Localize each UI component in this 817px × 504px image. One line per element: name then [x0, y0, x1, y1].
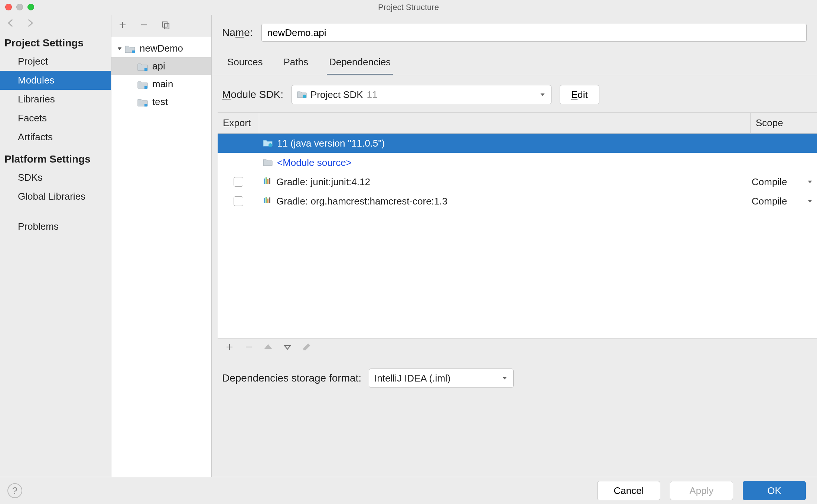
- titlebar: Project Structure: [0, 0, 817, 15]
- column-header-scope[interactable]: Scope: [750, 113, 817, 133]
- sidebar-item-artifacts[interactable]: Artifacts: [0, 128, 111, 147]
- svg-rect-11: [269, 178, 270, 184]
- remove-dep-icon[interactable]: [244, 343, 253, 354]
- edit-dep-icon[interactable]: [302, 343, 311, 354]
- edit-sdk-button[interactable]: Edit: [560, 85, 599, 104]
- dialog-button-bar: ? Cancel Apply OK: [0, 477, 817, 504]
- svg-rect-3: [144, 68, 147, 71]
- svg-rect-8: [264, 179, 265, 184]
- module-folder-icon: [137, 62, 148, 70]
- module-folder-icon: [137, 98, 148, 106]
- ok-button[interactable]: OK: [743, 481, 806, 500]
- window-title: Project Structure: [378, 3, 439, 12]
- svg-rect-4: [144, 86, 147, 89]
- module-sdk-select[interactable]: Project SDK 11: [292, 85, 551, 104]
- dep-name: 11 (java version "11.0.5"): [277, 138, 385, 149]
- sidebar-item-libraries[interactable]: Libraries: [0, 90, 111, 109]
- module-sdk-label: Module SDK:: [222, 89, 283, 101]
- chevron-down-icon: [807, 176, 813, 188]
- platform-settings-header: Platform Settings: [0, 147, 111, 168]
- maximize-window-icon[interactable]: [27, 4, 34, 10]
- tree-child-label: main: [152, 78, 173, 90]
- dependencies-table: Export Scope 11 (java version "11.0.5") …: [218, 112, 817, 357]
- dep-name: Gradle: junit:junit:4.12: [276, 176, 370, 188]
- sidebar-item-project[interactable]: Project: [0, 52, 111, 71]
- source-folder-icon: [263, 157, 273, 168]
- close-window-icon[interactable]: [5, 4, 12, 10]
- module-sdk-value-prefix: Project SDK: [310, 89, 363, 101]
- dep-scope[interactable]: Compile: [752, 176, 787, 188]
- dep-name: Gradle: org.hamcrest:hamcrest-core:1.3: [276, 196, 447, 207]
- help-button[interactable]: ?: [7, 483, 22, 498]
- tree-child-label: test: [152, 96, 168, 108]
- tree-root-newdemo[interactable]: newDemo: [111, 39, 211, 57]
- nav-forward-icon[interactable]: [25, 18, 35, 30]
- chevron-down-icon: [117, 43, 123, 54]
- chevron-down-icon: [501, 373, 508, 384]
- sdk-folder-icon: [297, 89, 307, 101]
- sidebar-item-facets[interactable]: Facets: [0, 109, 111, 128]
- storage-format-select[interactable]: IntelliJ IDEA (.iml): [369, 369, 514, 388]
- move-down-icon[interactable]: [283, 343, 292, 354]
- nav-back-icon[interactable]: [6, 18, 16, 30]
- svg-rect-13: [266, 197, 267, 203]
- column-header-name: [259, 113, 750, 133]
- library-icon: [263, 196, 272, 207]
- minimize-window-icon[interactable]: [16, 4, 23, 10]
- module-tree-pane: newDemo api main test: [111, 15, 212, 504]
- sidebar-item-sdks[interactable]: SDKs: [0, 168, 111, 187]
- export-checkbox[interactable]: [234, 196, 243, 206]
- sdk-folder-icon: [263, 138, 273, 149]
- export-checkbox[interactable]: [234, 177, 243, 187]
- tab-sources[interactable]: Sources: [225, 53, 265, 75]
- svg-rect-14: [267, 199, 268, 203]
- svg-rect-12: [264, 198, 265, 203]
- add-module-icon[interactable]: [118, 20, 127, 32]
- tab-paths[interactable]: Paths: [281, 53, 310, 75]
- module-folder-icon: [125, 44, 135, 52]
- svg-rect-9: [266, 177, 267, 184]
- tree-child-api[interactable]: api: [111, 57, 211, 75]
- dep-row-junit[interactable]: Gradle: junit:junit:4.12 Compile: [218, 172, 817, 192]
- svg-rect-2: [132, 50, 135, 53]
- svg-rect-15: [269, 197, 270, 203]
- copy-module-icon[interactable]: [161, 20, 170, 32]
- module-folder-icon: [137, 80, 148, 88]
- library-icon: [263, 176, 272, 188]
- chevron-down-icon: [539, 89, 546, 101]
- sidebar-item-global-libraries[interactable]: Global Libraries: [0, 187, 111, 206]
- settings-sidebar: Project Settings Project Modules Librari…: [0, 15, 111, 504]
- svg-rect-5: [144, 104, 147, 107]
- apply-button[interactable]: Apply: [670, 481, 733, 500]
- move-up-icon[interactable]: [264, 343, 273, 354]
- tree-child-label: api: [152, 60, 165, 72]
- column-header-export[interactable]: Export: [218, 113, 259, 133]
- project-settings-header: Project Settings: [0, 30, 111, 52]
- sidebar-item-problems[interactable]: Problems: [0, 217, 111, 236]
- chevron-down-icon: [807, 196, 813, 207]
- tree-root-label: newDemo: [140, 43, 183, 54]
- module-name-input[interactable]: [261, 24, 807, 42]
- tab-dependencies[interactable]: Dependencies: [327, 53, 393, 75]
- cancel-button[interactable]: Cancel: [597, 481, 660, 500]
- tree-child-main[interactable]: main: [111, 75, 211, 93]
- name-label: Name:: [222, 27, 253, 39]
- svg-rect-10: [267, 179, 268, 184]
- storage-format-value: IntelliJ IDEA (.iml): [374, 373, 450, 384]
- main-pane: Name: Sources Paths Dependencies Module …: [212, 15, 817, 504]
- add-dep-icon[interactable]: [225, 343, 234, 354]
- dep-row-module-source[interactable]: <Module source>: [218, 153, 817, 172]
- window-controls: [5, 4, 34, 10]
- storage-format-label: Dependencies storage format:: [222, 372, 361, 384]
- remove-module-icon[interactable]: [140, 20, 149, 32]
- sidebar-item-modules[interactable]: Modules: [0, 71, 111, 90]
- dep-row-hamcrest[interactable]: Gradle: org.hamcrest:hamcrest-core:1.3 C…: [218, 192, 817, 211]
- module-sdk-value-dim: 11: [367, 89, 378, 101]
- tree-child-test[interactable]: test: [111, 93, 211, 111]
- dep-row-sdk[interactable]: 11 (java version "11.0.5"): [218, 134, 817, 153]
- dep-scope[interactable]: Compile: [752, 196, 787, 207]
- dep-name: <Module source>: [277, 157, 352, 168]
